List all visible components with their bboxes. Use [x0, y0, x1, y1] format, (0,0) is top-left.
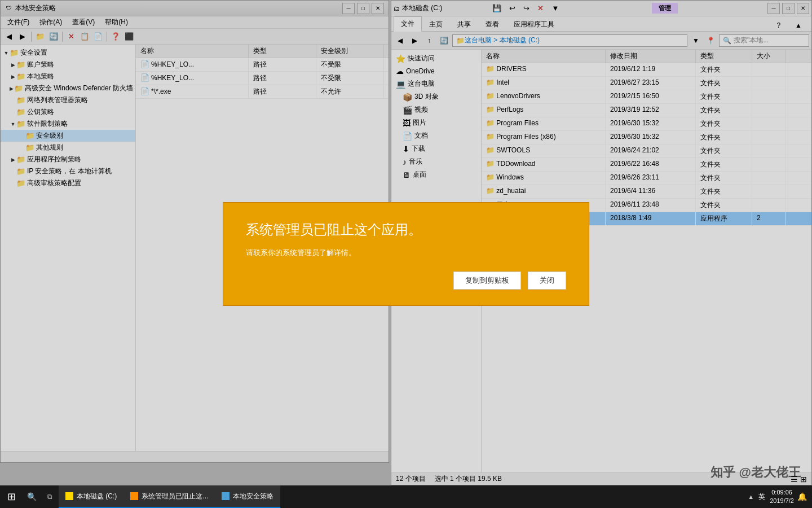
taskbar-right: ▲ 英 0:09:06 2019/7/2 🔔	[743, 485, 812, 508]
notification-button[interactable]: 🔔	[796, 485, 807, 508]
taskbar-up-arrow[interactable]: ▲	[748, 493, 754, 500]
dialog-buttons: 复制到剪贴板 关闭	[246, 271, 566, 290]
taskbar-blocked-app[interactable]: 系统管理员已阻止这...	[123, 485, 215, 508]
dialog-message: 请联系你的系统管理员了解详情。	[246, 248, 566, 258]
taskview-button[interactable]: ⧉	[41, 485, 59, 508]
close-dialog-button[interactable]: 关闭	[528, 271, 566, 290]
search-button[interactable]: 🔍	[23, 485, 41, 508]
dialog-overlay: 系统管理员已阻止这个应用。 请联系你的系统管理员了解详情。 复制到剪贴板 关闭	[0, 0, 812, 508]
taskbar-apps: 本地磁盘 (C:) 系统管理员已阻止这... 本地安全策略	[59, 485, 743, 508]
taskbar-clock: 0:09:06	[770, 488, 794, 497]
taskbar-time: 0:09:06 2019/7/2	[770, 488, 794, 506]
start-button[interactable]: ⊞	[0, 485, 23, 508]
copy-to-clipboard-button[interactable]: 复制到剪贴板	[453, 271, 521, 290]
taskbar-security-app[interactable]: 本地安全策略	[215, 485, 280, 508]
blocked-dialog: 系统管理员已阻止这个应用。 请联系你的系统管理员了解详情。 复制到剪贴板 关闭	[223, 202, 589, 305]
taskbar-local-disk-icon	[65, 492, 73, 500]
taskbar-lang[interactable]: 英	[756, 492, 767, 502]
taskbar-blocked-icon	[130, 492, 138, 500]
taskbar-date: 2019/7/2	[770, 497, 794, 505]
taskbar-local-disk[interactable]: 本地磁盘 (C:)	[59, 485, 123, 508]
dialog-title: 系统管理员已阻止这个应用。	[246, 221, 566, 238]
taskbar-security-icon	[222, 492, 230, 500]
taskbar: ⊞ 🔍 ⧉ 本地磁盘 (C:) 系统管理员已阻止这... 本地安全策略 ▲ 英 …	[0, 485, 812, 508]
